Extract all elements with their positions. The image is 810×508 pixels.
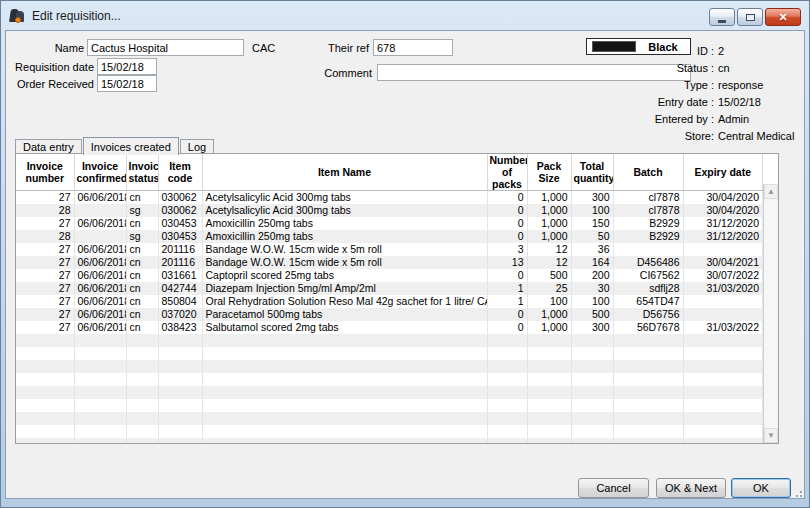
cell xyxy=(527,386,571,399)
cell xyxy=(158,360,202,373)
cell xyxy=(613,360,683,373)
table-row[interactable]: 2706/06/2018cn030453Amoxicillin 250mg ta… xyxy=(16,217,763,230)
cell: 0 xyxy=(487,269,527,282)
table-row[interactable]: 2706/06/2018cn030062Acetylsalicylic Acid… xyxy=(16,191,763,205)
table-row[interactable]: 2706/06/2018cn850804Oral Rehydration Sol… xyxy=(16,295,763,308)
title-bar[interactable]: Edit requisition... ✕ xyxy=(5,1,805,30)
cell: 030062 xyxy=(158,191,202,205)
cell xyxy=(683,425,763,438)
table-row[interactable]: 28sg030062Acetylsalicylic Acid 300mg tab… xyxy=(16,204,763,217)
close-button[interactable]: ✕ xyxy=(765,8,801,26)
vertical-scrollbar[interactable]: ▲ ▼ xyxy=(763,184,778,443)
cell xyxy=(74,334,126,347)
cell xyxy=(16,425,74,438)
column-header-3[interactable]: Invoice status xyxy=(126,154,158,191)
cell xyxy=(613,373,683,386)
cell: 06/06/2018 xyxy=(74,256,126,269)
cell xyxy=(202,373,487,386)
column-header-1[interactable]: Invoice number xyxy=(16,154,74,191)
cell: Captopril scored 25mg tabs xyxy=(202,269,487,282)
cell xyxy=(527,334,571,347)
ok-button[interactable]: OK xyxy=(731,478,791,498)
tab-data-entry[interactable]: Data entry xyxy=(15,139,82,154)
cell: B2929 xyxy=(613,217,683,230)
table-row[interactable]: 2706/06/2018cn038423Salbutamol scored 2m… xyxy=(16,321,763,334)
order-received-input[interactable] xyxy=(97,75,157,92)
cell: 27 xyxy=(16,191,74,205)
cancel-button[interactable]: Cancel xyxy=(578,478,649,498)
cell: 27 xyxy=(16,256,74,269)
cell xyxy=(126,386,158,399)
column-header-2[interactable]: Invoice confirmed xyxy=(74,154,126,191)
ok-next-button[interactable]: OK & Next xyxy=(656,478,726,498)
cell: 25 xyxy=(527,282,571,295)
column-header-8[interactable]: Total quantity xyxy=(571,154,613,191)
cell: 0 xyxy=(487,308,527,321)
cell xyxy=(683,308,763,321)
cell: Acetylsalicylic Acid 300mg tabs xyxy=(202,191,487,205)
cell xyxy=(202,347,487,360)
table-row-empty xyxy=(16,334,763,347)
store-value: Central Medical xyxy=(718,128,798,145)
cell: 850804 xyxy=(158,295,202,308)
cell xyxy=(126,334,158,347)
table-row[interactable]: 2706/06/2018cn201116Bandage W.O.W. 15cm … xyxy=(16,256,763,269)
type-value: response xyxy=(718,77,798,94)
cell: 1,000 xyxy=(527,308,571,321)
cell xyxy=(683,412,763,425)
table-row[interactable]: 2706/06/2018cn031661Captopril scored 25m… xyxy=(16,269,763,282)
cell xyxy=(527,399,571,412)
cell: 06/06/2018 xyxy=(74,269,126,282)
cell: 30/04/2020 xyxy=(683,204,763,217)
minimize-button[interactable] xyxy=(709,8,735,26)
tab-invoices-created[interactable]: Invoices created xyxy=(83,137,179,155)
status-value: cn xyxy=(718,60,798,77)
tab-bar: Data entry Invoices created Log xyxy=(15,136,215,154)
column-header-6[interactable]: Number of packs xyxy=(487,154,527,191)
cell xyxy=(16,438,74,443)
column-header-7[interactable]: Pack Size xyxy=(527,154,571,191)
cell: Diazepam Injection 5mg/ml Amp/2ml xyxy=(202,282,487,295)
cell: D456486 xyxy=(613,256,683,269)
cell: cn xyxy=(126,282,158,295)
cell xyxy=(571,412,613,425)
name-input[interactable] xyxy=(87,39,244,56)
maximize-button[interactable] xyxy=(737,8,763,26)
their-ref-input[interactable] xyxy=(373,39,453,56)
table-row[interactable]: 2706/06/2018cn042744Diazepam Injection 5… xyxy=(16,282,763,295)
cell xyxy=(527,360,571,373)
resize-grip-icon[interactable] xyxy=(791,486,802,497)
table-row-empty xyxy=(16,412,763,425)
cell xyxy=(74,373,126,386)
cell xyxy=(527,438,571,443)
cell xyxy=(683,438,763,443)
entered-by-value: Admin xyxy=(718,111,798,128)
cell xyxy=(571,386,613,399)
cell xyxy=(202,399,487,412)
table-row[interactable]: 28sg030453Amoxicillin 250mg tabs01,00050… xyxy=(16,230,763,243)
cell xyxy=(74,204,126,217)
scroll-down-icon[interactable]: ▼ xyxy=(764,428,778,443)
column-header-4[interactable]: Item code xyxy=(158,154,202,191)
cell: 201116 xyxy=(158,243,202,256)
cell xyxy=(683,295,763,308)
cell: 1,000 xyxy=(527,204,571,217)
order-received-label: Order Received xyxy=(6,78,94,90)
cell: Acetylsalicylic Acid 300mg tabs xyxy=(202,204,487,217)
cell xyxy=(158,399,202,412)
column-header-9[interactable]: Batch xyxy=(613,154,683,191)
requisition-date-input[interactable] xyxy=(97,58,157,75)
cell: 27 xyxy=(16,243,74,256)
cell: 12 xyxy=(527,243,571,256)
table-row[interactable]: 2706/06/2018cn037020Paracetamol 500mg ta… xyxy=(16,308,763,321)
tab-log[interactable]: Log xyxy=(180,139,214,154)
cell: 0 xyxy=(487,217,527,230)
column-header-10[interactable]: Expiry date xyxy=(683,154,763,191)
cell: 038423 xyxy=(158,321,202,334)
cell xyxy=(126,373,158,386)
table-row[interactable]: 2706/06/2018cn201116Bandage W.O.W. 15cm … xyxy=(16,243,763,256)
cell: sg xyxy=(126,230,158,243)
scroll-up-icon[interactable]: ▲ xyxy=(764,184,778,199)
column-header-5[interactable]: Item Name xyxy=(202,154,487,191)
cell: cn xyxy=(126,308,158,321)
